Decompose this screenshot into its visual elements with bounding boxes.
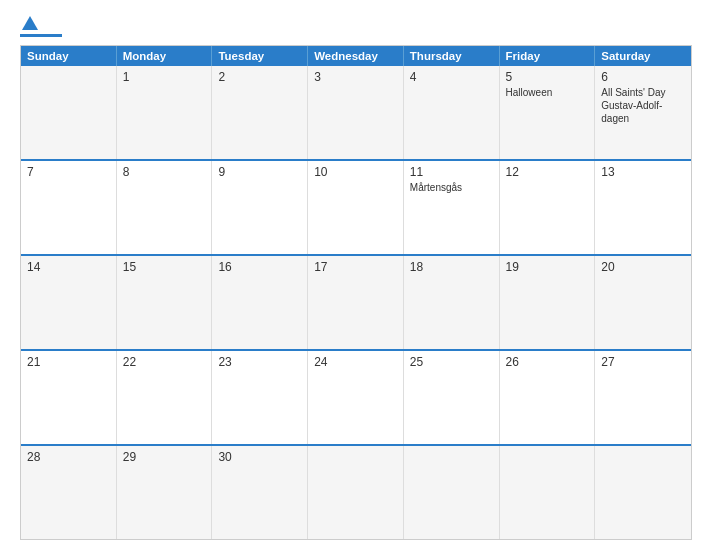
calendar-header-friday: Friday — [500, 46, 596, 66]
logo — [20, 16, 64, 37]
calendar-week-1: 12345Halloween6All Saints' DayGustav-Ado… — [21, 66, 691, 161]
calendar-cell — [404, 446, 500, 539]
calendar-header-wednesday: Wednesday — [308, 46, 404, 66]
calendar-cell: 1 — [117, 66, 213, 159]
calendar-cell: 9 — [212, 161, 308, 254]
calendar-cell: 12 — [500, 161, 596, 254]
calendar-cell: 11Mårtensgås — [404, 161, 500, 254]
calendar-cell: 3 — [308, 66, 404, 159]
calendar-week-3: 14151617181920 — [21, 256, 691, 351]
calendar-cell — [595, 446, 691, 539]
day-number: 2 — [218, 70, 301, 84]
day-number: 29 — [123, 450, 206, 464]
day-number: 15 — [123, 260, 206, 274]
day-number: 8 — [123, 165, 206, 179]
day-number: 30 — [218, 450, 301, 464]
calendar-event: Gustav-Adolf-dagen — [601, 99, 685, 125]
calendar-cell: 7 — [21, 161, 117, 254]
day-number: 10 — [314, 165, 397, 179]
calendar-cell: 18 — [404, 256, 500, 349]
calendar-cell: 26 — [500, 351, 596, 444]
calendar-cell: 14 — [21, 256, 117, 349]
calendar-header-thursday: Thursday — [404, 46, 500, 66]
calendar-cell: 4 — [404, 66, 500, 159]
calendar-grid: SundayMondayTuesdayWednesdayThursdayFrid… — [20, 45, 692, 540]
calendar-cell: 19 — [500, 256, 596, 349]
day-number: 14 — [27, 260, 110, 274]
calendar-cell: 27 — [595, 351, 691, 444]
day-number: 16 — [218, 260, 301, 274]
logo-line — [20, 34, 62, 37]
day-number: 21 — [27, 355, 110, 369]
day-number: 19 — [506, 260, 589, 274]
day-number: 20 — [601, 260, 685, 274]
calendar-cell: 29 — [117, 446, 213, 539]
day-number: 25 — [410, 355, 493, 369]
calendar-cell: 2 — [212, 66, 308, 159]
calendar-cell: 20 — [595, 256, 691, 349]
calendar-cell: 22 — [117, 351, 213, 444]
calendar-event: Mårtensgås — [410, 181, 493, 194]
day-number: 24 — [314, 355, 397, 369]
day-number: 13 — [601, 165, 685, 179]
calendar-cell — [21, 66, 117, 159]
calendar-cell: 13 — [595, 161, 691, 254]
calendar-event: All Saints' Day — [601, 86, 685, 99]
calendar-cell: 23 — [212, 351, 308, 444]
day-number: 28 — [27, 450, 110, 464]
calendar-week-2: 7891011Mårtensgås1213 — [21, 161, 691, 256]
calendar-cell: 8 — [117, 161, 213, 254]
day-number: 6 — [601, 70, 685, 84]
calendar-cell: 28 — [21, 446, 117, 539]
calendar-cell: 25 — [404, 351, 500, 444]
day-number: 22 — [123, 355, 206, 369]
calendar-week-4: 21222324252627 — [21, 351, 691, 446]
calendar-cell: 21 — [21, 351, 117, 444]
calendar-header-saturday: Saturday — [595, 46, 691, 66]
calendar-header-sunday: Sunday — [21, 46, 117, 66]
calendar-cell — [500, 446, 596, 539]
calendar-page: SundayMondayTuesdayWednesdayThursdayFrid… — [0, 0, 712, 550]
day-number: 23 — [218, 355, 301, 369]
calendar-cell: 5Halloween — [500, 66, 596, 159]
day-number: 17 — [314, 260, 397, 274]
day-number: 12 — [506, 165, 589, 179]
day-number: 7 — [27, 165, 110, 179]
day-number: 9 — [218, 165, 301, 179]
day-number: 1 — [123, 70, 206, 84]
header — [20, 16, 692, 37]
calendar-body: 12345Halloween6All Saints' DayGustav-Ado… — [21, 66, 691, 539]
calendar-header-monday: Monday — [117, 46, 213, 66]
calendar-week-5: 282930 — [21, 446, 691, 539]
calendar-header-tuesday: Tuesday — [212, 46, 308, 66]
calendar-cell: 6All Saints' DayGustav-Adolf-dagen — [595, 66, 691, 159]
day-number: 18 — [410, 260, 493, 274]
day-number: 26 — [506, 355, 589, 369]
day-number: 4 — [410, 70, 493, 84]
day-number: 5 — [506, 70, 589, 84]
day-number: 27 — [601, 355, 685, 369]
day-number: 11 — [410, 165, 493, 179]
logo-triangle-icon — [22, 16, 38, 30]
calendar-cell: 24 — [308, 351, 404, 444]
calendar-cell: 15 — [117, 256, 213, 349]
calendar-header-row: SundayMondayTuesdayWednesdayThursdayFrid… — [21, 46, 691, 66]
calendar-cell: 16 — [212, 256, 308, 349]
calendar-event: Halloween — [506, 86, 589, 99]
calendar-cell — [308, 446, 404, 539]
calendar-cell: 10 — [308, 161, 404, 254]
calendar-cell: 17 — [308, 256, 404, 349]
day-number: 3 — [314, 70, 397, 84]
calendar-cell: 30 — [212, 446, 308, 539]
